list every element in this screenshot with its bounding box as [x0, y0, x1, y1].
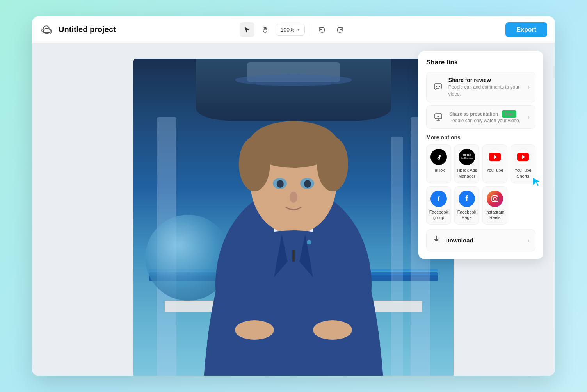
presentation-icon [432, 111, 445, 123]
facebook-group-icon: f [430, 191, 447, 207]
tiktok-ads-icon: TikTok For Business [459, 149, 475, 165]
tiktok-ads-option[interactable]: TikTok For Business TikTok Ads Manager [454, 144, 479, 183]
redo-button[interactable] [333, 22, 347, 37]
hand-tool-button[interactable] [258, 22, 272, 37]
youtube-icon [487, 149, 503, 165]
svg-point-21 [439, 86, 440, 87]
facebook-page-label: Facebook Page [456, 209, 477, 221]
instagram-reels-option[interactable]: Instagram Reels [482, 186, 507, 225]
download-chevron-icon: › [528, 237, 530, 244]
share-as-presentation-label: Share as presentation New [449, 110, 520, 117]
share-for-review-label: Share for review [448, 77, 528, 83]
youtube-shorts-icon [515, 149, 531, 165]
tiktok-ads-label: TikTok Ads Manager [456, 167, 477, 179]
svg-point-20 [438, 86, 438, 87]
header-right: Export [378, 22, 547, 37]
download-icon [432, 235, 441, 246]
toolbar-divider [310, 23, 310, 36]
tiktok-icon [430, 149, 447, 165]
cursor-pointer-icon [531, 176, 544, 190]
project-title: Untitled project [59, 25, 116, 34]
svg-point-19 [436, 86, 437, 87]
svg-text:For Business: For Business [461, 157, 473, 159]
youtube-shorts-option[interactable]: YouTube Shorts [511, 144, 535, 183]
svg-point-11 [277, 180, 284, 188]
panel-title: Share link [426, 59, 535, 66]
social-grid: TikTok TikTok For Business TikTok Ads Ma… [426, 144, 535, 225]
svg-point-23 [434, 152, 444, 162]
download-option[interactable]: Download › [426, 229, 535, 251]
zoom-level: 100% [281, 27, 295, 33]
facebook-group-label: Facebook group [428, 209, 449, 221]
chevron-right-icon-2: › [528, 114, 530, 121]
instagram-reels-icon [487, 191, 503, 207]
header: Untitled project 100% ▾ [32, 16, 555, 43]
svg-point-13 [290, 192, 297, 203]
svg-point-8 [317, 137, 348, 191]
person-figure [133, 59, 454, 376]
undo-button[interactable] [315, 22, 329, 37]
app-window: Untitled project 100% ▾ [32, 16, 555, 376]
cloud-icon [40, 23, 54, 37]
svg-rect-17 [292, 250, 295, 262]
video-preview [133, 59, 454, 376]
cursor-tool-button[interactable] [240, 22, 254, 37]
download-label: Download [445, 237, 473, 244]
svg-point-16 [307, 240, 311, 244]
svg-text:f: f [465, 194, 468, 203]
svg-point-14 [235, 320, 274, 340]
youtube-option[interactable]: YouTube [482, 144, 507, 183]
share-for-review-desc: People can add comments to your video. [448, 84, 519, 97]
svg-point-15 [313, 320, 352, 340]
svg-rect-22 [435, 114, 442, 119]
export-button[interactable]: Export [505, 22, 547, 37]
main-content: Share link Share for review [32, 43, 555, 376]
facebook-group-option[interactable]: f Facebook group [426, 186, 451, 225]
zoom-control[interactable]: 100% ▾ [276, 24, 305, 36]
svg-text:f: f [438, 195, 440, 202]
share-panel: Share link Share for review [418, 51, 543, 259]
new-badge: New [502, 110, 516, 118]
svg-point-38 [496, 196, 497, 197]
tiktok-option[interactable]: TikTok [426, 144, 451, 183]
svg-point-12 [304, 180, 311, 188]
tiktok-label: TikTok [432, 167, 445, 173]
chevron-right-icon: › [528, 84, 530, 91]
youtube-label: YouTube [486, 167, 503, 173]
svg-point-37 [493, 197, 496, 200]
facebook-page-icon: f [459, 191, 475, 207]
svg-point-7 [239, 137, 270, 191]
share-as-presentation-option[interactable]: Share as presentation New People can onl… [426, 105, 535, 129]
facebook-page-option[interactable]: f Facebook Page [454, 186, 479, 225]
zoom-chevron-icon: ▾ [297, 27, 300, 32]
svg-text:TikTok: TikTok [462, 153, 471, 156]
share-for-review-option[interactable]: Share for review People can add comments… [426, 72, 535, 102]
share-as-presentation-desc: People can only watch your video. [449, 118, 520, 123]
youtube-shorts-label: YouTube Shorts [512, 167, 534, 179]
header-left: Untitled project [40, 23, 209, 37]
more-options-title: More options [426, 134, 535, 141]
comment-icon [432, 81, 444, 93]
instagram-reels-label: Instagram Reels [484, 209, 505, 221]
header-center: 100% ▾ [209, 22, 378, 37]
svg-marker-31 [533, 177, 541, 187]
